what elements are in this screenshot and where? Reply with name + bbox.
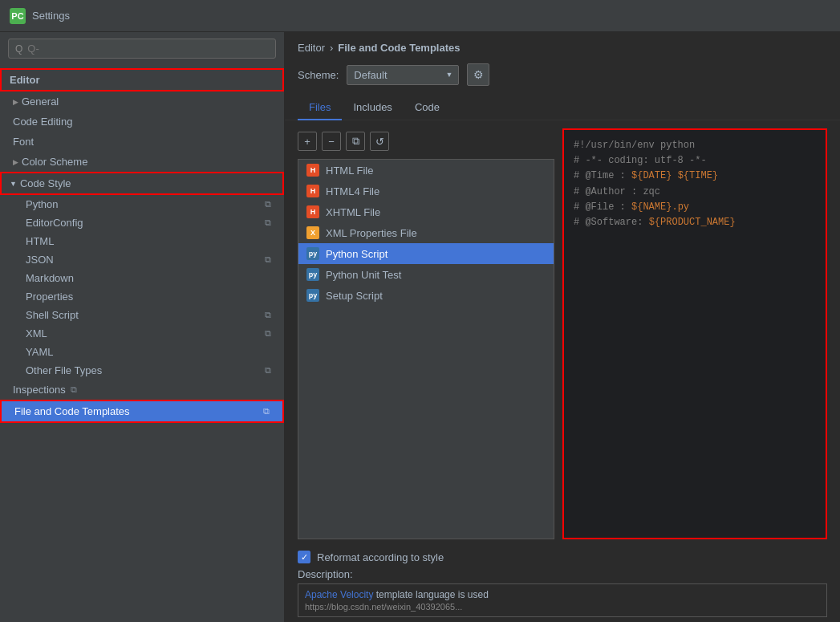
file-item-html[interactable]: H HTML File [298, 160, 554, 181]
triangle-open-icon: ▼ [10, 180, 17, 188]
code-line-1: #!/usr/bin/env python [574, 138, 816, 153]
sidebar-item-editorconfig[interactable]: EditorConfig ⧉ [0, 213, 284, 232]
properties-label: Properties [26, 291, 73, 303]
python-script-label: Python Script [326, 248, 388, 260]
python-label: Python [26, 198, 58, 210]
search-box[interactable]: Q [8, 39, 276, 59]
code-editing-label: Code Editing [13, 116, 72, 128]
editor-label: Editor [10, 74, 40, 86]
code-line-2: # -*- coding: utf-8 -*- [574, 153, 816, 169]
description-section: Description: Apache Velocity template la… [285, 568, 840, 622]
scheme-row: Scheme: Default ⚙ [285, 60, 840, 96]
file-item-python-unit-test[interactable]: py Python Unit Test [298, 264, 554, 285]
sidebar-item-inspections[interactable]: Inspections ⧉ [0, 380, 284, 400]
right-panel: Editor › File and Code Templates Scheme:… [285, 32, 840, 622]
code-line-5: # @File : ${NAME}.py [574, 200, 816, 215]
description-label: Description: [298, 568, 827, 580]
copy-icon-json: ⧉ [265, 254, 276, 266]
tab-includes[interactable]: Includes [342, 96, 403, 120]
description-text: template language is used [373, 589, 488, 600]
xhtml-file-label: XHTML File [326, 206, 380, 218]
title-bar: PC Settings [0, 0, 840, 32]
apache-velocity-link[interactable]: Apache Velocity [305, 589, 373, 600]
copy-button[interactable]: ⧉ [346, 132, 365, 151]
setup-script-label: Setup Script [326, 290, 383, 302]
breadcrumb-sep: › [330, 42, 333, 54]
scheme-select[interactable]: Default [347, 65, 459, 85]
sidebar-item-color-scheme[interactable]: ▶ Color Scheme [0, 152, 284, 172]
sidebar-item-yaml[interactable]: YAML [0, 343, 284, 361]
sidebar-item-code-style[interactable]: ▼ Code Style [0, 172, 284, 195]
python-test-file-icon: py [306, 268, 319, 281]
other-file-types-label: Other File Types [26, 364, 102, 376]
setup-script-file-icon: py [306, 289, 319, 302]
title-bar-text: Settings [32, 10, 70, 22]
code-line-4: # @Author : zqc [574, 185, 816, 200]
scheme-label: Scheme: [298, 69, 339, 81]
description-box: Apache Velocity template language is use… [298, 583, 827, 617]
sidebar-item-editor[interactable]: Editor [0, 68, 284, 91]
breadcrumb-part2: File and Code Templates [338, 42, 460, 54]
description-url: https://blog.csdn.net/weixin_40392065... [305, 602, 820, 612]
font-label: Font [13, 136, 34, 148]
sidebar-item-general[interactable]: ▶ General [0, 91, 284, 112]
sidebar-item-properties[interactable]: Properties [0, 287, 284, 306]
sidebar-item-code-editing[interactable]: Code Editing [0, 112, 284, 132]
copy-icon-editorconfig: ⧉ [265, 217, 276, 229]
file-list: H HTML File H HTML4 File H XHTML File X … [298, 159, 554, 539]
python-script-file-icon: py [306, 247, 319, 260]
yaml-label: YAML [26, 346, 53, 358]
xml-label: XML [26, 327, 47, 339]
file-list-panel: + − ⧉ ↺ H HTML File H HTML4 File H [298, 128, 554, 539]
sidebar-item-xml[interactable]: XML ⧉ [0, 324, 284, 343]
sidebar-item-html[interactable]: HTML [0, 232, 284, 250]
sidebar-item-markdown[interactable]: Markdown [0, 269, 284, 287]
html-file-icon: H [306, 164, 319, 177]
sidebar-item-shell-script[interactable]: Shell Script ⧉ [0, 306, 284, 324]
python-unit-test-label: Python Unit Test [326, 269, 401, 281]
file-item-xml-props[interactable]: X XML Properties File [298, 222, 554, 243]
html4-file-label: HTML4 File [326, 185, 379, 197]
tabs: Files Includes Code [285, 96, 840, 120]
file-item-setup-script[interactable]: py Setup Script [298, 285, 554, 306]
scheme-dropdown-wrap: Default [347, 65, 459, 85]
reformat-row: ✓ Reformat according to style [285, 547, 840, 568]
file-item-python-script[interactable]: py Python Script [298, 243, 554, 264]
sidebar-item-python[interactable]: Python ⧉ [0, 195, 284, 213]
copy-icon-xml: ⧉ [265, 328, 276, 339]
code-area[interactable]: #!/usr/bin/env python # -*- coding: utf-… [567, 133, 822, 535]
file-item-xhtml[interactable]: H XHTML File [298, 201, 554, 222]
app-icon: PC [10, 8, 26, 24]
tab-files[interactable]: Files [298, 96, 342, 120]
file-item-html4[interactable]: H HTML4 File [298, 181, 554, 201]
color-scheme-label: Color Scheme [22, 156, 87, 168]
sidebar-item-json[interactable]: JSON ⧉ [0, 250, 284, 269]
copy-icon-python: ⧉ [265, 199, 276, 210]
content-area: + − ⧉ ↺ H HTML File H HTML4 File H [285, 120, 840, 547]
reformat-label: Reformat according to style [317, 551, 444, 563]
search-input[interactable] [27, 43, 269, 55]
sidebar-list: Editor ▶ General Code Editing Font ▶ Col… [0, 65, 284, 622]
inspections-label: Inspections [13, 384, 66, 396]
copy-icon-other: ⧉ [265, 365, 276, 376]
copy-icon-inspections: ⧉ [71, 384, 82, 396]
copy-icon-fct: ⧉ [263, 406, 274, 417]
gear-button[interactable]: ⚙ [467, 63, 489, 86]
breadcrumb-part1: Editor [298, 42, 325, 54]
sidebar-item-file-and-code-templates[interactable]: File and Code Templates ⧉ [0, 400, 284, 423]
json-label: JSON [26, 254, 54, 266]
code-line-3: # @Time : ${DATE} ${TIME} [574, 169, 816, 184]
editorconfig-label: EditorConfig [26, 217, 83, 229]
reset-button[interactable]: ↺ [370, 132, 389, 151]
shell-script-label: Shell Script [26, 309, 79, 321]
tab-code[interactable]: Code [404, 96, 451, 120]
sidebar-item-font[interactable]: Font [0, 132, 284, 152]
html4-file-icon: H [306, 185, 319, 197]
html-file-label: HTML File [326, 165, 373, 177]
code-line-6: # @Software: ${PRODUCT_NAME} [574, 215, 816, 230]
add-button[interactable]: + [298, 132, 317, 151]
sidebar: Q Editor ▶ General Code Editing Font [0, 32, 285, 622]
reformat-checkbox[interactable]: ✓ [298, 551, 310, 563]
remove-button[interactable]: − [322, 132, 341, 151]
sidebar-item-other-file-types[interactable]: Other File Types ⧉ [0, 361, 284, 380]
